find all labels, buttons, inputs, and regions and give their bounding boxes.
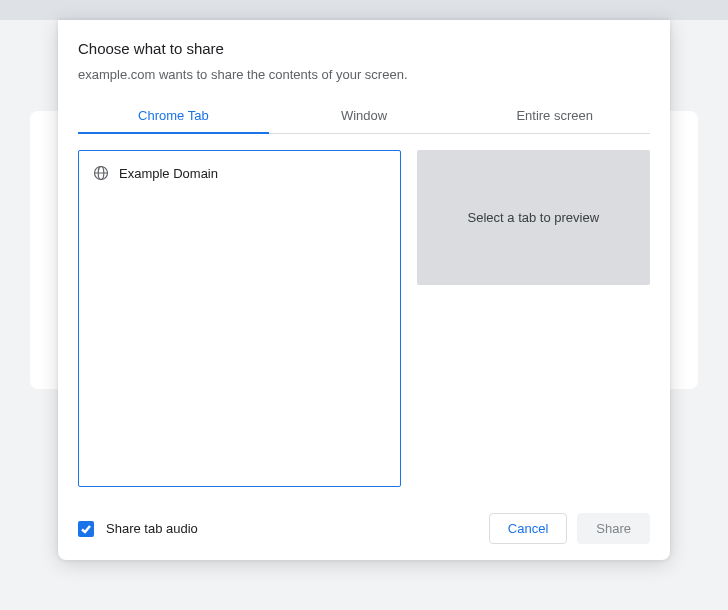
dialog-footer: Share tab audio Cancel Share: [78, 507, 650, 544]
tab-list[interactable]: Example Domain: [78, 150, 401, 487]
share-button[interactable]: Share: [577, 513, 650, 544]
cancel-button[interactable]: Cancel: [489, 513, 567, 544]
tab-entire-screen[interactable]: Entire screen: [459, 98, 650, 133]
share-type-tabs: Chrome Tab Window Entire screen: [78, 98, 650, 134]
dialog-subtitle: example.com wants to share the contents …: [78, 67, 650, 82]
share-audio-label: Share tab audio: [106, 521, 198, 536]
share-audio-option[interactable]: Share tab audio: [78, 521, 198, 537]
share-audio-checkbox[interactable]: [78, 521, 94, 537]
tab-item-example-domain[interactable]: Example Domain: [87, 161, 392, 185]
active-tab-underline: [78, 132, 269, 134]
dialog-buttons: Cancel Share: [489, 513, 650, 544]
browser-topbar: [0, 0, 728, 20]
globe-icon: [93, 165, 109, 181]
share-dialog: Choose what to share example.com wants t…: [58, 20, 670, 560]
tab-chrome-tab[interactable]: Chrome Tab: [78, 98, 269, 133]
dialog-title: Choose what to share: [78, 40, 650, 57]
tab-item-label: Example Domain: [119, 166, 218, 181]
main-area: Example Domain Select a tab to preview: [78, 150, 650, 487]
preview-placeholder: Select a tab to preview: [417, 150, 650, 285]
preview-panel: Select a tab to preview: [417, 150, 650, 487]
tab-window[interactable]: Window: [269, 98, 460, 133]
